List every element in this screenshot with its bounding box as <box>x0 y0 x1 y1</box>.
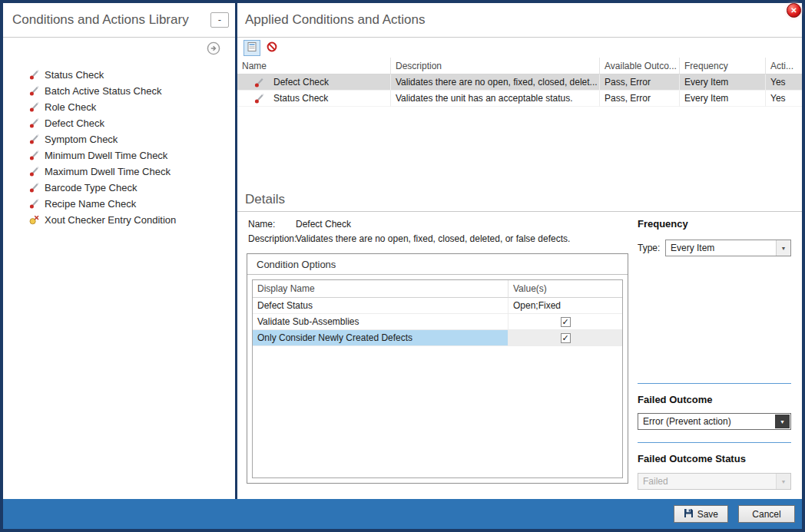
collapse-icon: - <box>218 14 221 25</box>
column-header-outcomes[interactable]: Available Outco... <box>600 58 680 74</box>
library-toolbar <box>3 38 235 59</box>
library-item-status-check[interactable]: Status Check <box>29 67 235 83</box>
library-item-recipe-name-check[interactable]: Recipe Name Check <box>29 196 235 212</box>
check-icon: ✓ <box>562 334 568 342</box>
form-icon <box>247 41 257 55</box>
applied-row-outcomes: Pass, Error <box>600 74 680 91</box>
details-right: Frequency Type: Every Item ▼ Failed Outc… <box>638 212 791 499</box>
library-tree: Status Check Batch Active Status Check R… <box>3 59 235 228</box>
option-display-name: Only Consider Newly Created Defects <box>253 330 509 346</box>
library-header: Conditions and Actions Library - <box>3 3 235 38</box>
failed-outcome-status-separator <box>638 442 791 443</box>
option-row-validate-sub-assemblies[interactable]: Validate Sub-Assemblies ✓ <box>253 314 622 330</box>
applied-table-header: Name Description Available Outco... Freq… <box>237 58 802 74</box>
condition-icon <box>29 199 39 209</box>
condition-options-body: Display Name Value(s) Defect Status Open… <box>247 275 628 483</box>
condition-options-title: Condition Options <box>247 254 628 275</box>
library-item-label: Maximum Dwell Time Check <box>45 166 171 177</box>
failed-outcome-value: Error (Prevent action) <box>643 416 731 427</box>
failed-outcome-status-title: Failed Outcome Status <box>638 453 746 464</box>
condition-options-table: Display Name Value(s) Defect Status Open… <box>252 279 623 478</box>
condition-icon <box>29 118 39 128</box>
condition-icon <box>29 102 39 112</box>
applied-title: Applied Conditions and Actions <box>245 12 425 28</box>
only-newly-created-defects-checkbox[interactable]: ✓ <box>561 333 571 343</box>
library-collapse-button[interactable]: - <box>210 12 229 28</box>
details-body: Name: Defect Check Description: Validate… <box>237 212 802 499</box>
library-item-defect-check[interactable]: Defect Check <box>29 115 235 131</box>
library-item-label: Role Check <box>45 101 96 113</box>
save-button-label: Save <box>697 509 718 520</box>
failed-outcome-title: Failed Outcome <box>638 394 713 405</box>
xout-condition-icon <box>29 215 39 225</box>
library-panel: Conditions and Actions Library - Status … <box>3 3 237 499</box>
applied-row-status-check[interactable]: Status Check Validates the unit has an a… <box>237 91 802 107</box>
frequency-type-select[interactable]: Every Item ▼ <box>665 240 791 256</box>
option-display-name: Validate Sub-Assemblies <box>253 314 509 330</box>
applied-row-defect-check[interactable]: Defect Check Validates there are no open… <box>237 74 802 91</box>
option-row-defect-status[interactable]: Defect Status Open;Fixed <box>253 298 622 314</box>
condition-icon <box>254 78 264 88</box>
applied-row-active: Yes <box>766 91 802 107</box>
failed-outcome-select[interactable]: Error (Prevent action) ▼ <box>638 413 791 430</box>
column-header-frequency[interactable]: Frequency <box>680 58 766 74</box>
frequency-type-row: Type: Every Item ▼ <box>638 240 791 256</box>
applied-row-active: Yes <box>766 74 802 91</box>
condition-icon <box>29 134 39 144</box>
no-entry-icon <box>267 41 277 55</box>
failed-outcome-status-value: Failed <box>643 476 668 487</box>
applied-toolbar <box>237 38 802 58</box>
column-header-active[interactable]: Acti... <box>766 58 802 74</box>
apply-condition-arrow-button[interactable] <box>207 41 220 55</box>
validate-sub-assemblies-checkbox[interactable]: ✓ <box>561 317 571 327</box>
library-item-minimum-dwell-time-check[interactable]: Minimum Dwell Time Check <box>29 147 235 164</box>
applied-row-name-cell: Defect Check <box>237 74 391 91</box>
close-icon: ✕ <box>790 6 797 15</box>
library-item-barcode-type-check[interactable]: Barcode Type Check <box>29 180 235 196</box>
applied-row-description: Validates there are no open, fixed, clos… <box>391 74 600 91</box>
column-header-display-name[interactable]: Display Name <box>253 280 509 298</box>
condition-icon <box>29 183 39 193</box>
cancel-button[interactable]: Cancel <box>738 505 795 523</box>
name-label: Name: <box>248 217 296 232</box>
details-title: Details <box>245 192 285 207</box>
column-header-name[interactable]: Name <box>237 58 391 74</box>
remove-condition-button[interactable] <box>263 40 280 56</box>
close-button[interactable]: ✕ <box>787 3 801 18</box>
column-header-values[interactable]: Value(s) <box>509 280 622 298</box>
applied-row-name: Status Check <box>273 93 328 104</box>
option-value[interactable]: Open;Fixed <box>509 298 622 314</box>
condition-options-table-header: Display Name Value(s) <box>253 280 622 298</box>
applied-row-frequency: Every Item <box>680 91 766 107</box>
condition-icon <box>29 167 39 177</box>
frequency-title: Frequency <box>638 218 688 230</box>
library-item-label: Symptom Check <box>45 134 118 145</box>
applied-row-description: Validates the unit has an acceptable sta… <box>391 91 600 107</box>
condition-options-group: Condition Options Display Name Value(s) … <box>247 253 628 484</box>
condition-icon <box>254 94 264 104</box>
library-item-label: Status Check <box>45 69 104 81</box>
condition-icon <box>29 86 39 96</box>
name-value: Defect Check <box>296 217 351 232</box>
library-item-symptom-check[interactable]: Symptom Check <box>29 131 235 147</box>
column-header-description[interactable]: Description <box>391 58 600 74</box>
save-button[interactable]: Save <box>674 505 728 523</box>
description-label: Description: <box>248 232 296 246</box>
library-item-maximum-dwell-time-check[interactable]: Maximum Dwell Time Check <box>29 164 235 180</box>
frequency-type-value: Every Item <box>671 243 714 253</box>
applied-panel: Applied Conditions and Actions Name Desc… <box>237 3 802 499</box>
library-item-batch-active-status-check[interactable]: Batch Active Status Check <box>29 83 235 99</box>
condition-icon <box>29 150 39 160</box>
condition-icon <box>29 70 39 80</box>
footer-bar: Save Cancel <box>3 499 802 529</box>
check-icon: ✓ <box>562 318 568 326</box>
chevron-down-icon: ▼ <box>776 240 790 256</box>
library-item-label: Batch Active Status Check <box>45 85 161 97</box>
applied-row-name-cell: Status Check <box>237 91 391 107</box>
option-row-only-newly-created-defects[interactable]: Only Consider Newly Created Defects ✓ <box>253 330 622 346</box>
edit-condition-button[interactable] <box>243 40 260 56</box>
library-item-label: Barcode Type Check <box>45 182 137 193</box>
library-item-role-check[interactable]: Role Check <box>29 99 235 115</box>
library-item-xout-checker-entry-condition[interactable]: Xout Checker Entry Condition <box>29 212 235 228</box>
library-title: Conditions and Actions Library <box>12 12 210 28</box>
